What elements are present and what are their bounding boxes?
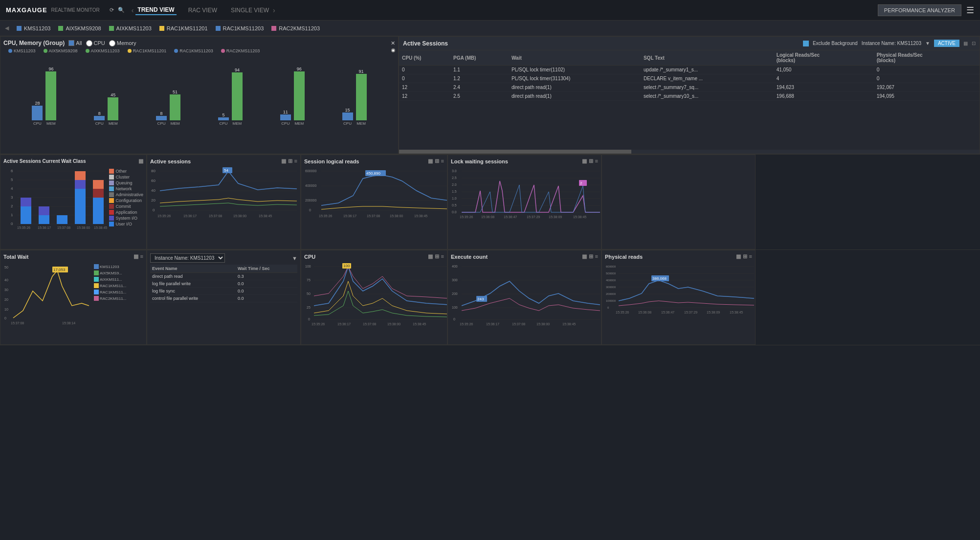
tab-kms11203[interactable]: KMS11203 bbox=[17, 25, 50, 31]
cell-sql: select /*_summary7_sq... bbox=[641, 83, 774, 92]
refresh-icon[interactable]: ⟳ bbox=[110, 7, 114, 13]
as-scrollbar-thumb[interactable] bbox=[399, 150, 631, 154]
ec-bar-icon[interactable]: ▦ bbox=[582, 253, 587, 260]
cpu-tooltip-text: 100 bbox=[343, 264, 350, 268]
svg-text:0: 0 bbox=[309, 208, 311, 212]
iw-row[interactable]: log file parallel write 0.0 bbox=[150, 280, 297, 288]
tab-left-arrow[interactable]: ◀ bbox=[5, 25, 9, 31]
as-scrollbar[interactable] bbox=[399, 150, 980, 154]
svg-text:15:38:00: 15:38:00 bbox=[233, 214, 246, 218]
lws-title-text: Lock waiting sessions bbox=[451, 158, 508, 164]
slr-line-blue bbox=[321, 175, 447, 205]
ec-grid-icon[interactable]: ⊞ bbox=[589, 253, 593, 260]
table-view-icon[interactable]: ▦ bbox=[963, 41, 968, 46]
lws-menu-icon[interactable]: ≡ bbox=[595, 158, 598, 164]
svg-text:15:38:45: 15:38:45 bbox=[730, 311, 743, 314]
nav-single-view[interactable]: SINGLE VIEW bbox=[229, 6, 271, 15]
memory-radio[interactable] bbox=[109, 40, 115, 46]
bar-icon[interactable]: ▦ bbox=[281, 158, 286, 164]
svg-text:1.0: 1.0 bbox=[452, 197, 457, 200]
memory-radio-label[interactable]: Memory bbox=[109, 40, 136, 46]
slr-bar-icon[interactable]: ▦ bbox=[428, 158, 433, 164]
cpu-radio-label[interactable]: CPU bbox=[86, 40, 105, 46]
panel-close-icon[interactable]: ✕ bbox=[391, 40, 395, 46]
perf-analyzer-button[interactable]: PERFORMANCE ANALYZER bbox=[878, 4, 961, 16]
lws-bar-icon[interactable]: ▦ bbox=[582, 158, 587, 164]
svg-text:75: 75 bbox=[307, 278, 311, 282]
pr-grid-icon[interactable]: ⊞ bbox=[743, 253, 747, 260]
iw-row[interactable]: control file parallel write 0.0 bbox=[150, 295, 297, 302]
table-row[interactable]: 0 1.1 PL/SQL lock timer(1102) update /*_… bbox=[399, 66, 980, 74]
active-sessions-table-container[interactable]: CPU (%) PGA (MB) Wait SQL Text Logical R… bbox=[399, 50, 980, 150]
cell-cpu: 0 bbox=[399, 66, 450, 74]
pr-tooltip-text: 386,068 bbox=[652, 276, 667, 281]
tw-menu-icon[interactable]: ≡ bbox=[140, 253, 143, 260]
svg-text:0.0: 0.0 bbox=[452, 210, 457, 214]
bar-group-aix: 8 CPU 51 MEM bbox=[156, 72, 180, 126]
exclude-bg-checkbox[interactable] bbox=[803, 41, 809, 46]
cpu-grid-icon[interactable]: ⊞ bbox=[435, 253, 439, 260]
cell-physical: 0 bbox=[874, 74, 980, 83]
lws-icons: ▦ ⊞ ≡ bbox=[582, 158, 598, 164]
cpu-bar-icon[interactable]: ▦ bbox=[428, 253, 433, 260]
all-checkbox[interactable] bbox=[68, 40, 74, 46]
iw-row[interactable]: log file sync 0.0 bbox=[150, 288, 297, 295]
pr-menu-icon[interactable]: ≡ bbox=[749, 253, 752, 260]
tab-rac1kms11201[interactable]: RAC1KMS11201 bbox=[159, 25, 208, 31]
instance-selector[interactable]: Instance Name: KMS11203 bbox=[150, 253, 225, 263]
cpu-radio[interactable] bbox=[86, 40, 92, 46]
active-sessions-chart-label: Active sessions bbox=[150, 158, 191, 164]
tw-line-yellow bbox=[13, 270, 89, 318]
svg-text:15:35:26: 15:35:26 bbox=[17, 226, 30, 229]
bar-chart-icon[interactable]: ▦ bbox=[138, 158, 143, 164]
nav-trend-view[interactable]: TREND VIEW bbox=[135, 5, 176, 15]
legend-rac1-203: RAC1KMS11203 bbox=[174, 48, 213, 53]
cpu-mem-legend: KMS11203 AIX5KMS9208 AIXKMS11203 RAC1KMS… bbox=[8, 48, 395, 53]
slr-grid-icon[interactable]: ⊞ bbox=[435, 158, 439, 164]
nav-rac-view[interactable]: RAC VIEW bbox=[186, 6, 219, 15]
table-row[interactable]: 12 2.5 direct path read(1) select /*_sum… bbox=[399, 92, 980, 101]
hamburger-icon[interactable]: ☰ bbox=[966, 5, 974, 16]
legend-dot-rac1-203 bbox=[174, 49, 178, 53]
table-row[interactable]: 0 1.2 PL/SQL lock timer(311304) DECLARE … bbox=[399, 74, 980, 83]
grid-icon[interactable]: ⊞ bbox=[288, 158, 292, 164]
tw-bar-icon[interactable]: ▦ bbox=[134, 253, 138, 260]
cpu-menu-icon[interactable]: ≡ bbox=[441, 253, 444, 260]
iw-row[interactable]: direct path read 0.3 bbox=[150, 273, 297, 280]
tab-dot-kms11203 bbox=[17, 26, 22, 31]
table-row[interactable]: 12 2.4 direct path read(1) select /*_sum… bbox=[399, 83, 980, 92]
pr-bar-icon[interactable]: ▦ bbox=[736, 253, 741, 260]
lws-grid-icon[interactable]: ⊞ bbox=[589, 158, 593, 164]
header-right: PERFORMANCE ANALYZER ☰ bbox=[878, 4, 974, 16]
cpu-bar-rac1-201: 5 CPU bbox=[218, 112, 229, 126]
tab-aix5kms9208[interactable]: AIX5KMS9208 bbox=[58, 25, 101, 31]
iw-dropdown-icon[interactable]: ▼ bbox=[292, 255, 297, 261]
svg-text:15:38:09: 15:38:09 bbox=[707, 311, 720, 314]
slr-menu-icon[interactable]: ≡ bbox=[441, 158, 444, 164]
tab-label-aix5: AIX5KMS9208 bbox=[66, 25, 101, 31]
tab-rac2kms11203[interactable]: RAC2KMS11203 bbox=[271, 25, 320, 31]
instance-dropdown-icon[interactable]: ▼ bbox=[925, 41, 930, 46]
menu-icon[interactable]: ≡ bbox=[294, 158, 297, 164]
pr-line-blue bbox=[619, 280, 754, 301]
active-sessions-svg: 80 60 40 20 0 bbox=[150, 166, 299, 242]
cpu-line-yellow bbox=[314, 281, 447, 314]
cpu-bar-kms: 28 CPU bbox=[32, 101, 43, 126]
cpu-mem-title-text: CPU, Memory (Group) bbox=[3, 40, 65, 46]
tab-aixkms11203[interactable]: AIXKMS11203 bbox=[109, 25, 152, 31]
zoom-icon[interactable]: 🔍 bbox=[118, 7, 125, 13]
nav-back-arrow[interactable]: ‹ bbox=[130, 6, 136, 14]
all-checkbox-label[interactable]: All bbox=[68, 40, 82, 46]
svg-text:15:36:17: 15:36:17 bbox=[343, 214, 356, 218]
cpu-bar-rect-kms bbox=[32, 106, 43, 120]
mem-bar-aix5: 45 MEM bbox=[108, 92, 118, 126]
nav-forward-arrow[interactable]: › bbox=[271, 6, 277, 14]
tab-rac1kms11203[interactable]: RAC1KMS11203 bbox=[216, 25, 264, 31]
ec-menu-icon[interactable]: ≡ bbox=[595, 253, 598, 260]
svg-text:15:38:45: 15:38:45 bbox=[413, 322, 426, 326]
legend-dot-rac2 bbox=[221, 49, 225, 53]
svg-text:15:38:14: 15:38:14 bbox=[62, 321, 75, 325]
slr-title-text: Session logical reads bbox=[304, 158, 359, 164]
as-close-icon[interactable]: ⊡ bbox=[972, 41, 976, 46]
tab-label-rac1-201: RAC1KMS11201 bbox=[167, 25, 208, 31]
